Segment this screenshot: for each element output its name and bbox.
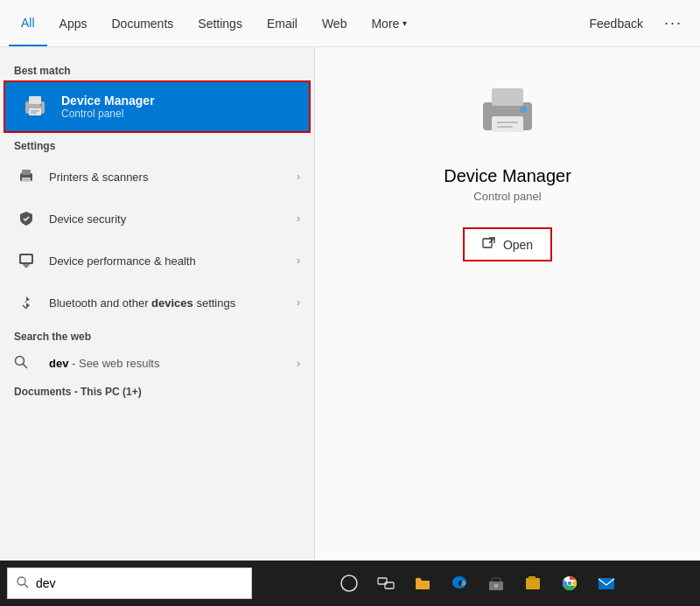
tab-email[interactable]: Email bbox=[255, 0, 310, 46]
search-web-icon bbox=[14, 355, 38, 372]
tab-web[interactable]: Web bbox=[310, 0, 360, 46]
shield-icon bbox=[14, 206, 38, 231]
svg-rect-2 bbox=[29, 108, 41, 115]
mail-icon[interactable] bbox=[591, 568, 622, 599]
taskbar-search-icon bbox=[17, 576, 29, 591]
tab-more[interactable]: More ▾ bbox=[359, 0, 419, 46]
tab-all[interactable]: All bbox=[9, 0, 47, 46]
svg-point-26 bbox=[341, 575, 357, 591]
search-web-label: Search the web bbox=[0, 324, 314, 346]
svg-rect-13 bbox=[23, 264, 30, 266]
bluetooth-label: Bluetooth and other devices settings bbox=[49, 296, 297, 310]
device-performance-chevron-icon: › bbox=[297, 254, 300, 267]
detail-subtitle: Control panel bbox=[473, 190, 541, 203]
detail-title: Device Manager bbox=[444, 166, 571, 186]
taskbar bbox=[0, 561, 700, 606]
best-match-item[interactable]: Device Manager Control panel bbox=[4, 80, 311, 133]
taskview-icon[interactable] bbox=[333, 568, 365, 599]
svg-rect-17 bbox=[492, 88, 523, 106]
printers-chevron-icon: › bbox=[297, 171, 300, 183]
bluetooth-icon bbox=[14, 290, 38, 315]
best-match-title: Device Manager bbox=[61, 94, 155, 108]
performance-icon bbox=[14, 248, 38, 273]
svg-rect-4 bbox=[31, 113, 37, 115]
svg-rect-9 bbox=[24, 179, 29, 180]
settings-item-bluetooth[interactable]: Bluetooth and other devices settings › bbox=[0, 282, 314, 324]
device-performance-label: Device performance & health bbox=[49, 254, 297, 268]
svg-point-35 bbox=[568, 582, 571, 585]
settings-item-device-performance[interactable]: Device performance & health › bbox=[0, 240, 314, 282]
svg-point-5 bbox=[40, 104, 43, 107]
svg-line-25 bbox=[24, 584, 28, 588]
more-options-button[interactable]: ··· bbox=[655, 14, 691, 32]
printer-icon bbox=[14, 164, 38, 189]
store-icon[interactable] bbox=[480, 568, 512, 599]
device-security-label: Device security bbox=[49, 212, 297, 226]
svg-rect-20 bbox=[497, 126, 513, 128]
svg-rect-19 bbox=[497, 122, 518, 123]
svg-rect-11 bbox=[21, 255, 32, 262]
edge-browser-icon[interactable] bbox=[444, 568, 475, 599]
svg-rect-12 bbox=[24, 266, 28, 268]
top-nav: All Apps Documents Settings Email Web Mo… bbox=[0, 0, 700, 47]
bluetooth-chevron-icon: › bbox=[297, 296, 300, 309]
svg-rect-30 bbox=[494, 584, 498, 588]
svg-rect-1 bbox=[29, 96, 41, 104]
svg-point-21 bbox=[520, 106, 527, 113]
tab-email-label: Email bbox=[267, 17, 298, 31]
svg-rect-18 bbox=[492, 116, 523, 132]
detail-device-manager-icon bbox=[468, 73, 547, 152]
more-chevron-icon: ▾ bbox=[402, 18, 407, 28]
best-match-label: Best match bbox=[0, 58, 314, 80]
tab-apps[interactable]: Apps bbox=[47, 0, 100, 46]
svg-point-24 bbox=[18, 577, 25, 585]
tab-settings-label: Settings bbox=[198, 17, 242, 31]
svg-rect-22 bbox=[483, 239, 492, 247]
tab-settings[interactable]: Settings bbox=[186, 0, 255, 46]
open-icon bbox=[482, 236, 496, 253]
svg-rect-3 bbox=[31, 110, 39, 112]
open-button[interactable]: Open bbox=[463, 227, 552, 261]
web-suffix: - See web results bbox=[68, 357, 159, 370]
tab-documents[interactable]: Documents bbox=[99, 0, 186, 46]
settings-item-device-security[interactable]: Device security › bbox=[0, 198, 314, 240]
printers-label: Printers & scanners bbox=[49, 171, 297, 184]
web-search-chevron-icon: › bbox=[297, 358, 300, 370]
tab-apps-label: Apps bbox=[60, 17, 88, 31]
settings-item-printers[interactable]: Printers & scanners › bbox=[0, 156, 314, 198]
taskbar-search-box[interactable] bbox=[7, 568, 252, 599]
right-panel: Device Manager Control panel Open bbox=[315, 47, 700, 561]
device-security-chevron-icon: › bbox=[297, 212, 300, 225]
tab-more-label: More bbox=[371, 17, 399, 31]
multitasking-icon[interactable] bbox=[370, 568, 402, 599]
taskbar-icons bbox=[262, 568, 693, 599]
svg-line-15 bbox=[23, 364, 27, 368]
open-label: Open bbox=[503, 238, 533, 252]
settings-section-label: Settings bbox=[0, 133, 314, 156]
taskbar-search-input[interactable] bbox=[36, 576, 242, 590]
feedback-button[interactable]: Feedback bbox=[578, 17, 655, 31]
web-search-item[interactable]: dev - See web results › bbox=[0, 346, 314, 380]
svg-rect-32 bbox=[528, 576, 536, 580]
device-manager-icon bbox=[19, 91, 51, 122]
tab-all-label: All bbox=[21, 16, 35, 30]
main-content: Best match Device Manager Control panel … bbox=[0, 47, 700, 561]
svg-rect-7 bbox=[22, 170, 31, 175]
web-query: dev bbox=[49, 357, 68, 370]
best-match-subtitle: Control panel bbox=[61, 108, 155, 120]
file-explorer-icon[interactable] bbox=[407, 568, 438, 599]
tab-documents-label: Documents bbox=[111, 17, 173, 31]
left-panel: Best match Device Manager Control panel … bbox=[0, 47, 315, 561]
tab-web-label: Web bbox=[322, 17, 347, 31]
svg-rect-36 bbox=[598, 578, 614, 589]
documents-label: Documents - This PC (1+) bbox=[0, 380, 314, 403]
explorer-icon[interactable] bbox=[517, 568, 549, 599]
chrome-icon[interactable] bbox=[554, 568, 585, 599]
